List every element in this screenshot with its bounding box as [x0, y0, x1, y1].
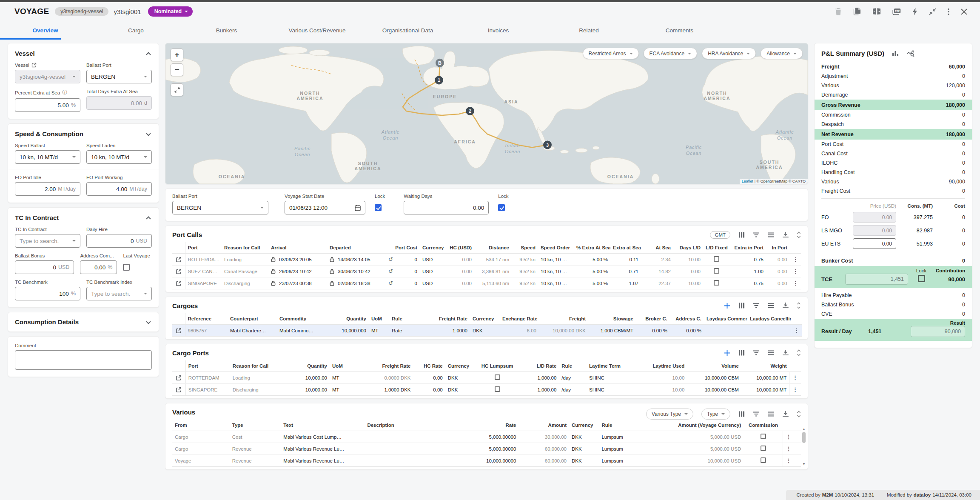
- compare-book-icon[interactable]: [872, 8, 881, 15]
- col-rate[interactable]: Rate: [457, 420, 519, 431]
- speed-laden-select[interactable]: 10 kn, 10 MT/d: [86, 150, 152, 164]
- col-arrival[interactable]: Arrival: [268, 242, 327, 254]
- address-commission-input[interactable]: 0.00%: [80, 260, 117, 274]
- route-map[interactable]: B 1 2 3 NORTH AMERICA NORTH AMERICA SOUT…: [165, 43, 808, 184]
- col-port[interactable]: Port: [185, 360, 230, 372]
- download-icon[interactable]: [783, 411, 789, 417]
- col-rule[interactable]: Rule: [559, 360, 587, 372]
- row-menu-icon[interactable]: ⋮: [783, 431, 794, 443]
- history-icon[interactable]: ↺: [388, 256, 393, 263]
- cell-arrival[interactable]: 29/06/23 10:42: [268, 266, 327, 277]
- copy-icon[interactable]: [853, 8, 861, 15]
- col-departed[interactable]: Departed: [327, 242, 386, 254]
- status-badge[interactable]: Nominated: [148, 6, 193, 17]
- col-in-port[interactable]: In Port: [766, 242, 790, 254]
- col-hc-lumpsum[interactable]: HC Lumpsum: [476, 360, 518, 372]
- last-voyage-checkbox[interactable]: [123, 264, 130, 271]
- ballast-bonus-input[interactable]: 0USD: [15, 260, 74, 274]
- col-stowage[interactable]: Stowage: [588, 313, 636, 325]
- tab-cargo[interactable]: Cargo: [91, 21, 181, 40]
- col-currency[interactable]: Currency: [569, 420, 599, 431]
- row-menu-icon[interactable]: ⋮: [791, 325, 802, 337]
- ld-fixed-checkbox[interactable]: [714, 256, 719, 262]
- cell-port-cost[interactable]: ↺0: [386, 277, 420, 289]
- open-row-icon[interactable]: [175, 328, 182, 334]
- voyage-start-date-input[interactable]: 01/06/23 12:00: [285, 201, 365, 214]
- tab-comments[interactable]: Comments: [634, 21, 725, 40]
- col-reason[interactable]: Reason for Call: [222, 242, 268, 254]
- col-ld-rate[interactable]: L/D Rate: [518, 360, 559, 372]
- col-at-sea[interactable]: At Sea: [641, 242, 673, 254]
- various-row[interactable]: Cargo Cost Mabl Various Cost Lump… 5,000…: [172, 431, 801, 443]
- delete-icon[interactable]: [835, 8, 842, 15]
- add-icon[interactable]: [724, 350, 730, 356]
- open-row-icon[interactable]: [175, 269, 182, 274]
- tab-related[interactable]: Related: [544, 21, 634, 40]
- col-volume[interactable]: Volume: [687, 360, 741, 372]
- filter-icon[interactable]: [753, 303, 760, 308]
- col-speed[interactable]: Speed: [512, 242, 538, 254]
- col-extra-at-sea[interactable]: Extra at Sea: [610, 242, 641, 254]
- tce-input[interactable]: 1,451: [845, 274, 908, 285]
- cargo-row[interactable]: 9805757 Mabl Chartere… Mabl Commo… 10,00…: [172, 325, 802, 337]
- unfold-icon[interactable]: [797, 349, 801, 356]
- history-icon[interactable]: ↺: [388, 268, 393, 274]
- collapse-icon[interactable]: [929, 8, 936, 15]
- insights-icon[interactable]: [906, 50, 914, 57]
- restricted-areas-button[interactable]: Restricted Areas: [583, 48, 639, 59]
- columns-icon[interactable]: [738, 303, 745, 309]
- leaflet-link[interactable]: Leaflet: [742, 179, 753, 183]
- col-amount[interactable]: Amount: [518, 420, 569, 431]
- tab-organisational-data[interactable]: Organisational Data: [362, 21, 453, 40]
- port-call-row[interactable]: SUEZ CAN… Canal Passage 29/06/23 10:42 3…: [172, 266, 801, 277]
- euets-price-input[interactable]: 0.00: [853, 238, 896, 249]
- zoom-out-button[interactable]: −: [171, 63, 183, 76]
- col-port-cost[interactable]: Port Cost: [386, 242, 420, 254]
- row-menu-icon[interactable]: ⋮: [789, 372, 801, 384]
- cell-port-cost[interactable]: ↺0: [386, 266, 420, 277]
- allowance-button[interactable]: Allowance: [761, 48, 803, 59]
- cell-departed[interactable]: 02/08/23 18:38: [327, 277, 386, 289]
- tc-benchmark-index-search[interactable]: Type to search.: [86, 287, 152, 300]
- commission-checkbox[interactable]: [761, 457, 766, 463]
- percent-extra-input[interactable]: 5.00%: [15, 98, 80, 112]
- start-date-lock-checkbox[interactable]: [375, 204, 382, 211]
- ld-fixed-checkbox[interactable]: [714, 280, 719, 286]
- hc-lumpsum-checkbox[interactable]: [495, 374, 500, 380]
- col-speed-order[interactable]: Speed Order: [538, 242, 574, 254]
- col-reason[interactable]: Reason for Call: [230, 360, 287, 372]
- columns-icon[interactable]: [738, 411, 745, 417]
- col-broker-c[interactable]: Broker C.: [636, 313, 670, 325]
- fo-port-working-input[interactable]: 4.00MT/day: [86, 182, 152, 196]
- tce-lock-checkbox[interactable]: [918, 275, 925, 282]
- row-menu-icon[interactable]: ⋮: [790, 266, 801, 277]
- col-address-c[interactable]: Address C.: [670, 313, 704, 325]
- col-uom[interactable]: UoM: [369, 313, 389, 325]
- calendar-icon[interactable]: [355, 205, 361, 211]
- filter-icon[interactable]: [753, 350, 760, 355]
- row-menu-icon[interactable]: ⋮: [790, 277, 801, 289]
- col-freight[interactable]: Freight: [539, 313, 588, 325]
- density-icon[interactable]: [768, 232, 775, 237]
- col-amount-vc[interactable]: Amount (Voyage Currency): [655, 420, 744, 431]
- col-ld-fixed[interactable]: L/D Fixed: [703, 242, 729, 254]
- row-menu-icon[interactable]: ⋮: [783, 455, 794, 467]
- col-currency[interactable]: Currency: [420, 242, 444, 254]
- scroll-up-icon[interactable]: ▲: [802, 427, 806, 431]
- pdf-export-icon[interactable]: PDF: [892, 8, 901, 15]
- speed-ballast-select[interactable]: 10 kn, 10 MT/d: [15, 150, 80, 164]
- tc-in-contract-search[interactable]: Type to search.: [15, 234, 80, 248]
- unfold-icon[interactable]: [797, 302, 801, 309]
- col-port[interactable]: Port: [185, 242, 222, 254]
- port-call-row[interactable]: SINGAPORE Discharging 23/07/23 00:38 02/…: [172, 277, 801, 289]
- cell-arrival[interactable]: 03/06/23 20:05: [268, 254, 327, 266]
- col-hc-usd[interactable]: HC (USD): [444, 242, 474, 254]
- density-icon[interactable]: [768, 411, 775, 417]
- download-icon[interactable]: [783, 232, 789, 238]
- cell-departed[interactable]: 14/06/23 14:05: [327, 254, 386, 266]
- hc-lumpsum-checkbox[interactable]: [495, 386, 500, 392]
- various-row[interactable]: Cargo Revenue Mabl Various Revenue Lu… 5…: [172, 443, 801, 455]
- open-row-icon[interactable]: [175, 280, 182, 286]
- col-hc-rate[interactable]: HC Rate: [413, 360, 445, 372]
- open-row-icon[interactable]: [175, 257, 182, 263]
